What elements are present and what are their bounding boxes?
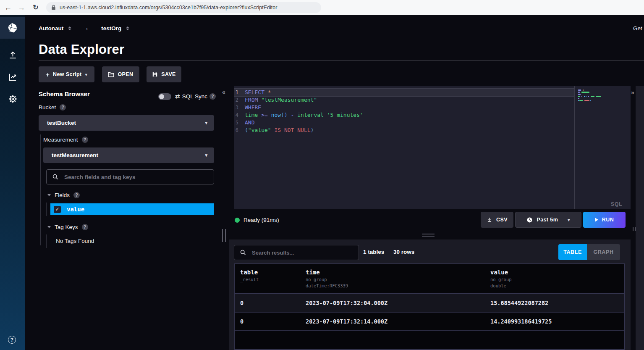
collapsed-right-panel — [636, 86, 644, 350]
schema-search-input[interactable] — [63, 174, 189, 181]
tree-indent-guide — [46, 203, 47, 216]
help-icon[interactable]: ? — [8, 336, 16, 344]
code-token — [268, 111, 271, 119]
tables-count: 1 tables — [363, 249, 384, 255]
tree-indent-guide — [46, 234, 47, 248]
code-token: ) — [311, 126, 314, 134]
browser-back-icon[interactable]: ← — [3, 0, 13, 15]
code-line: 2FROM "testMeasurement" — [234, 96, 574, 104]
bucket-dropdown[interactable]: testBucket ▾ — [39, 115, 214, 131]
vertical-splitter-handle[interactable] — [222, 229, 226, 242]
sql-editor[interactable]: 1SELECT *2FROM "testMeasurement"3WHERE4t… — [234, 86, 574, 209]
settings-gear-icon[interactable] — [0, 92, 25, 105]
code-token — [324, 111, 327, 119]
search-icon — [240, 250, 246, 255]
sync-arrows-icon: ⇄ — [175, 93, 180, 100]
code-token: interval — [297, 111, 324, 119]
code-token — [264, 89, 268, 96]
column-header: valueno groupdouble — [485, 268, 624, 289]
field-value-row[interactable]: ✓ value — [50, 203, 214, 215]
save-button[interactable]: SAVE — [147, 66, 181, 82]
browser-forward-icon[interactable]: → — [16, 0, 27, 15]
tag-keys-section[interactable]: Tag Keys ? — [47, 224, 88, 230]
fields-section[interactable]: Fields ? — [47, 192, 80, 198]
line-number: 6 — [234, 126, 245, 134]
code-line: 1SELECT * — [234, 89, 574, 96]
org-switcher[interactable]: Autonaut — [39, 25, 63, 32]
fields-help-icon[interactable]: ? — [73, 192, 80, 198]
browser-reload-icon[interactable]: ↻ — [30, 0, 41, 15]
url-text: us-east-1-1.aws.cloud2.influxdata.com/or… — [60, 5, 277, 11]
minimap-line — [578, 89, 631, 91]
minimap-line — [578, 94, 631, 95]
browser-chrome: ← → ↻ us-east-1-1.aws.cloud2.influxdata.… — [0, 0, 644, 15]
csv-button[interactable]: CSV — [481, 212, 513, 228]
org-updown-icon[interactable] — [68, 26, 71, 30]
measurement-label: Measurement ? — [43, 137, 88, 143]
folder-icon — [108, 71, 114, 77]
code-token: WHERE — [245, 104, 261, 111]
column-header: table_result — [235, 268, 300, 289]
chevron-down-icon: ▾ — [85, 72, 87, 77]
influxdb-logo[interactable] — [0, 17, 25, 39]
address-bar[interactable]: us-east-1-1.aws.cloud2.influxdata.com/or… — [46, 2, 321, 13]
tab-graph[interactable]: GRAPH — [587, 244, 620, 260]
code-token — [294, 111, 297, 119]
upload-icon[interactable] — [0, 48, 25, 62]
results-cell: 2023-07-09T17:32:14.000Z — [300, 318, 485, 325]
results-panel: 1 tables 30 rows TABLE GRAPH table_resul… — [229, 239, 631, 350]
editor-minimap[interactable] — [575, 86, 631, 209]
results-search-input[interactable] — [251, 249, 343, 256]
collapse-caret-icon[interactable] — [47, 194, 51, 196]
line-number: 5 — [234, 119, 245, 126]
time-range-dropdown[interactable]: Past 5m ▾ — [515, 212, 581, 228]
code-token: - — [291, 111, 294, 119]
tab-table[interactable]: TABLE — [558, 244, 587, 260]
no-tags-found: No Tags Found — [56, 238, 94, 244]
chevron-down-icon: ▾ — [205, 120, 207, 126]
save-disk-icon — [152, 71, 158, 77]
schema-search[interactable] — [46, 169, 214, 184]
project-updown-icon[interactable] — [126, 26, 129, 30]
results-search[interactable] — [234, 245, 359, 260]
code-line: 5AND — [234, 119, 574, 126]
schema-browser-heading: Schema Browser — [39, 90, 90, 97]
code-token — [258, 96, 261, 104]
code-token: ( — [245, 126, 248, 134]
line-number: 2 — [234, 96, 245, 104]
run-button[interactable]: RUN — [583, 212, 626, 228]
breadcrumb: Autonaut › testOrg — [39, 24, 129, 32]
sql-sync-label: SQL Sync — [182, 93, 207, 100]
code-token: FROM — [245, 96, 258, 104]
open-button[interactable]: OPEN — [102, 66, 139, 82]
line-number: 3 — [234, 104, 245, 111]
new-script-button[interactable]: + New Script ▾ — [39, 66, 94, 82]
measurement-dropdown[interactable]: testMeasurement ▾ — [43, 147, 214, 163]
results-table-row: 02023-07-09T17:32:04.000Z15.685449220872… — [235, 294, 624, 313]
sql-sync-help-icon[interactable]: ? — [209, 93, 216, 100]
checkbox-checked-icon[interactable]: ✓ — [54, 206, 61, 213]
get-link[interactable]: Get — [633, 25, 642, 32]
column-header: timeno groupdateTime:RFC3339 — [300, 268, 485, 289]
collapse-panel-left-icon[interactable]: « — [222, 89, 225, 95]
charts-icon[interactable] — [0, 70, 25, 84]
code-line: 6("value" IS NOT NULL) — [234, 126, 574, 134]
project-switcher[interactable]: testOrg — [101, 25, 121, 32]
horizontal-splitter-handle[interactable] — [422, 234, 435, 237]
results-table: table_resulttimeno groupdateTime:RFC3339… — [234, 263, 625, 350]
line-number: 4 — [234, 111, 245, 119]
bucket-label: Bucket ? — [39, 104, 66, 111]
page-title: Data Explorer — [39, 42, 124, 57]
bucket-help-icon[interactable]: ? — [60, 104, 66, 111]
collapse-caret-icon[interactable] — [47, 226, 51, 228]
status-text: Ready (91ms) — [243, 217, 279, 223]
tag-keys-help-icon[interactable]: ? — [82, 224, 88, 230]
sql-sync-toggle[interactable] — [158, 93, 171, 100]
minimap-line — [578, 98, 631, 99]
results-cell: 14.240993186419725 — [485, 318, 624, 325]
measurement-help-icon[interactable]: ? — [82, 137, 88, 143]
minimap-line — [578, 100, 631, 101]
rows-count: 30 rows — [393, 249, 414, 255]
lock-icon — [51, 5, 56, 11]
expand-panel-right-icon[interactable]: » — [631, 89, 635, 96]
